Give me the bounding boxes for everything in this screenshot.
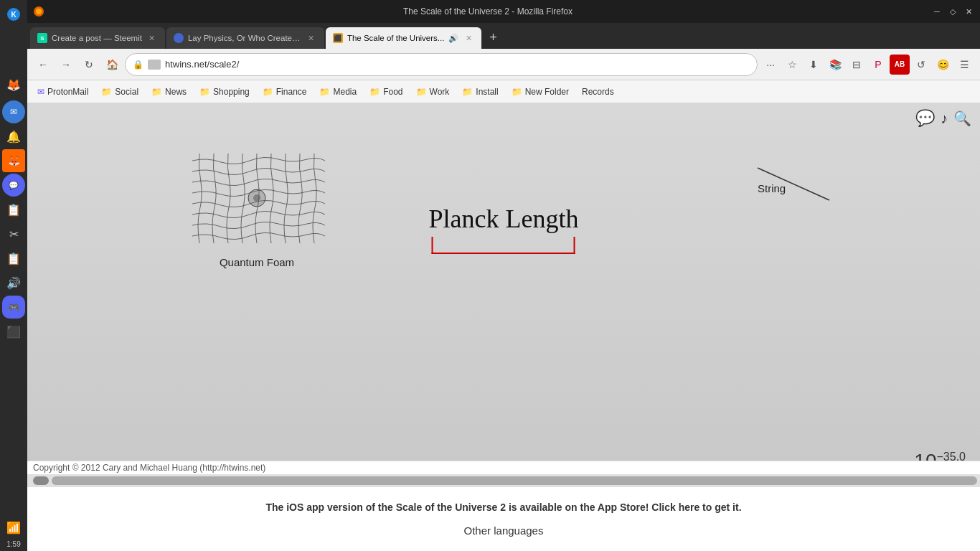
planck-title: Planck Length [429,204,579,234]
synced-tabs[interactable]: ⊟ [847,55,867,75]
below-content: The iOS app version of the Scale of the … [27,487,980,551]
planck-area: Planck Length [429,204,579,254]
scroll-bar[interactable] [27,474,980,487]
new-tab-button[interactable]: + [483,27,503,47]
site-icon [148,60,161,70]
bookmark-newfolder-label: New Folder [525,87,569,97]
bookmark-protonmail-label: ProtonMail [47,87,88,97]
bookmark-news-label: News [165,87,187,97]
ios-notice[interactable]: The iOS app version of the Scale of the … [42,501,966,513]
bookmark-social-icon: 📁 [101,87,112,97]
string-label: String [758,182,786,194]
kde-sidebar: K 🦊 ✉ 🔔 🦊 💬 📋 ✂ 📋 🔊 🎮 ⬛ 📶 1:59 [0,0,27,551]
copyright-text: Copyright © 2012 Cary and Michael Huang … [27,461,980,474]
kde-icon-discord[interactable]: 💬 [2,174,25,197]
kde-icon-wifi[interactable]: 📶 [2,516,25,539]
tab-favicon-scale: ⬛ [333,33,343,43]
kde-icon-notifications[interactable]: 🔔 [2,125,25,148]
bookmark-work[interactable]: 📁 Work [410,83,456,100]
emoji-icon[interactable]: 😊 [933,55,953,75]
bookmarks-bar: ✉ ProtonMail 📁 Social 📁 News 📁 Shopping … [27,80,980,103]
bookmark-records[interactable]: Records [576,83,620,100]
chat-icon[interactable]: 💬 [915,109,935,128]
bookmark-shopping-label: Shopping [213,87,250,97]
music-icon[interactable]: ♪ [941,110,948,127]
lock-icon: 🔒 [133,60,143,70]
bookmark-star[interactable]: ☆ [782,55,802,75]
toolbar-icons: ··· ☆ ⬇ 📚 ⊟ P AB ↺ 😊 ☰ [760,55,974,75]
navbar: ← → ↻ 🏠 🔒 htwins.net/scale2/ ··· ☆ ⬇ 📚 ⊟… [27,49,980,80]
maximize-button[interactable]: ◇ [947,6,958,17]
bookmark-shopping[interactable]: 📁 Shopping [194,83,255,100]
titlebar: The Scale of the Universe 2 - Mozilla Fi… [27,0,980,23]
bookmark-food[interactable]: 📁 Food [364,83,408,100]
quantum-foam-svg [185,139,329,254]
svg-point-5 [253,194,260,202]
other-languages[interactable]: Other languages [42,524,966,537]
tab-favicon-steemit: S [37,33,47,43]
minimize-button[interactable]: ─ [931,6,943,17]
kde-icon-files[interactable]: 📋 [2,198,25,221]
kde-icon-email[interactable]: ✉ [2,100,25,123]
bookmark-finance[interactable]: 📁 Finance [257,83,313,100]
menu-button[interactable]: ☰ [954,55,974,75]
tab-layphysics[interactable]: Lay Physics, Or Who Creates... ✕ [166,27,324,49]
tab-close-steemit[interactable]: ✕ [146,32,158,44]
bookmark-food-label: Food [383,87,402,97]
kde-icon-taskbar[interactable]: 🦊 [2,149,25,172]
quantum-foam-area: Quantum Foam [185,139,329,268]
pocket-button[interactable]: P [868,55,888,75]
tab-close-scale[interactable]: ✕ [463,32,474,44]
bookmark-newfolder[interactable]: 📁 New Folder [506,83,575,100]
tab-close-layphysics[interactable]: ✕ [306,32,317,44]
bookmark-finance-icon: 📁 [263,87,273,97]
address-bar[interactable]: 🔒 htwins.net/scale2/ [125,53,758,76]
bookmark-newfolder-icon: 📁 [512,87,522,97]
search-icon[interactable]: 🔍 [953,110,971,127]
tab-steemit[interactable]: S Create a post — Steemit ✕ [30,27,165,49]
close-button[interactable]: ✕ [963,6,974,17]
back-button[interactable]: ← [33,55,53,75]
bookmark-news-icon: 📁 [151,87,162,97]
quantum-foam-label: Quantum Foam [220,256,294,268]
svg-text:K: K [11,11,17,19]
firefox-logo [33,6,44,17]
bookmark-news[interactable]: 📁 News [146,83,192,100]
kde-icon-volume[interactable]: 🔊 [2,271,25,294]
bookmark-protonmail[interactable]: ✉ ProtonMail [32,83,94,100]
kde-icon-apps[interactable]: ⬛ [2,320,25,343]
more-button[interactable]: ··· [760,55,781,75]
bookmark-shopping-icon: 📁 [199,87,210,97]
bookmark-install-icon: 📁 [462,87,473,97]
library-button[interactable]: 📚 [825,55,845,75]
reload-button[interactable]: ↻ [79,55,99,75]
bookmark-finance-label: Finance [276,87,307,97]
adblock-button[interactable]: AB [890,55,910,75]
bookmark-install[interactable]: 📁 Install [456,83,504,100]
tab-scale[interactable]: ⬛ The Scale of the Univers... 🔊 ✕ [326,27,482,49]
bookmark-install-label: Install [476,87,498,97]
bookmark-records-label: Records [582,87,614,97]
tab-favicon-layphysics [174,33,184,43]
url-text: htwins.net/scale2/ [165,59,750,70]
tab-volume-icon: 🔊 [448,34,458,43]
scroll-thumb[interactable] [33,476,49,485]
kde-icon-firefox[interactable]: 🦊 [2,73,25,96]
scroll-track[interactable] [52,476,977,485]
forward-button[interactable]: → [56,55,76,75]
refresh-icon[interactable]: ↺ [911,55,931,75]
home-button[interactable]: 🏠 [102,55,122,75]
kde-icon-scissors[interactable]: ✂ [2,222,25,245]
bookmark-food-icon: 📁 [369,87,380,97]
kde-icon-discord2[interactable]: 🎮 [2,296,25,319]
app-frame[interactable]: 💬 ♪ 🔍 [27,103,980,487]
kde-icon-clipboard[interactable]: 📋 [2,247,25,270]
bookmark-social[interactable]: 📁 Social [95,83,144,100]
svg-point-3 [36,9,42,14]
kde-clock: 1:59 [2,540,25,548]
bookmark-work-label: Work [430,87,450,97]
bookmark-media[interactable]: 📁 Media [314,83,362,100]
planck-bracket [432,237,575,254]
kde-icon-menu[interactable]: K [2,3,25,26]
download-button[interactable]: ⬇ [804,55,824,75]
